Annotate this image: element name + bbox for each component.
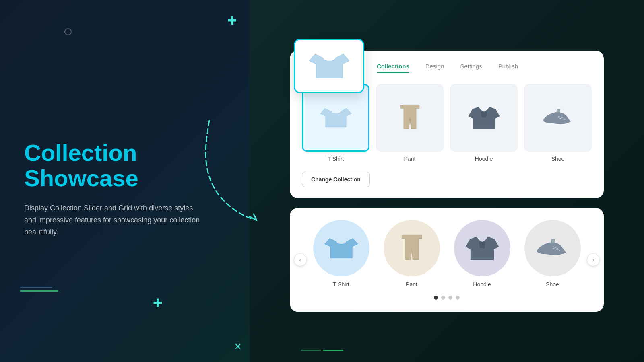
description-text: Display Collection Slider and Grid with … xyxy=(24,202,201,238)
slider-pant-label: Pant xyxy=(406,281,417,288)
hoodie-label: Hoodie xyxy=(475,156,493,162)
slider-shoe-label: Shoe xyxy=(546,281,559,288)
items-grid: T Shirt Pant Hoodie xyxy=(302,84,592,162)
change-collection-button[interactable]: Change Collection xyxy=(302,172,370,187)
slider-tshirt-circle xyxy=(313,220,369,276)
grid-card: Layout Template Collections Design Setti… xyxy=(290,51,604,198)
tshirt-label: T Shirt xyxy=(328,156,344,162)
tab-collections[interactable]: Collections xyxy=(377,63,409,73)
hoodie-image-box xyxy=(450,84,518,152)
slider-pant: Pant xyxy=(384,220,440,288)
bottom-decoration xyxy=(301,350,343,351)
grid-item-pant: Pant xyxy=(376,84,444,162)
lines-decoration xyxy=(20,287,58,292)
dot-1[interactable] xyxy=(434,296,438,300)
plus-icon-top: ✚ xyxy=(227,14,237,27)
dot-3[interactable] xyxy=(448,296,452,300)
left-panel: ✚ Collection Showcase Display Collection… xyxy=(0,0,250,362)
slider-items: T Shirt Pant Hoodie xyxy=(310,220,584,288)
grid-item-hoodie: Hoodie xyxy=(450,84,518,162)
slider-shoe-circle xyxy=(524,220,581,276)
grid-item-tshirt: T Shirt xyxy=(302,84,369,162)
slider-dots xyxy=(310,296,584,300)
featured-item xyxy=(294,39,364,93)
grid-item-shoe: Shoe xyxy=(524,84,592,162)
tab-publish[interactable]: Publish xyxy=(498,63,518,73)
tab-settings[interactable]: Settings xyxy=(460,63,482,73)
right-panel: Layout Template Collections Design Setti… xyxy=(250,0,644,362)
slider-tshirt: T Shirt xyxy=(313,220,369,288)
pant-image-box xyxy=(376,84,444,152)
plus-icon-bottom: ✚ xyxy=(153,296,162,310)
slider-hoodie: Hoodie xyxy=(454,220,510,288)
circle-decoration xyxy=(64,28,72,35)
tshirt-image-box xyxy=(302,84,369,152)
tab-design[interactable]: Design xyxy=(425,63,444,73)
pant-label: Pant xyxy=(404,156,416,162)
slider-shoe: Shoe xyxy=(524,220,581,288)
dot-2[interactable] xyxy=(441,296,445,300)
shoe-label: Shoe xyxy=(551,156,565,162)
slider-hoodie-circle xyxy=(454,220,510,276)
dot-4[interactable] xyxy=(456,296,460,300)
slider-tshirt-label: T Shirt xyxy=(333,281,349,288)
slider-card: ‹ T Shirt Pant xyxy=(290,208,604,312)
main-title: Collection Showcase xyxy=(24,140,225,191)
shoe-image-box xyxy=(524,84,592,152)
slider-hoodie-label: Hoodie xyxy=(473,281,491,288)
slider-next-button[interactable]: › xyxy=(587,253,600,266)
slider-pant-circle xyxy=(384,220,440,276)
x-icon: ✕ xyxy=(234,341,242,352)
slider-prev-button[interactable]: ‹ xyxy=(294,253,307,266)
curved-arrow xyxy=(197,113,270,225)
